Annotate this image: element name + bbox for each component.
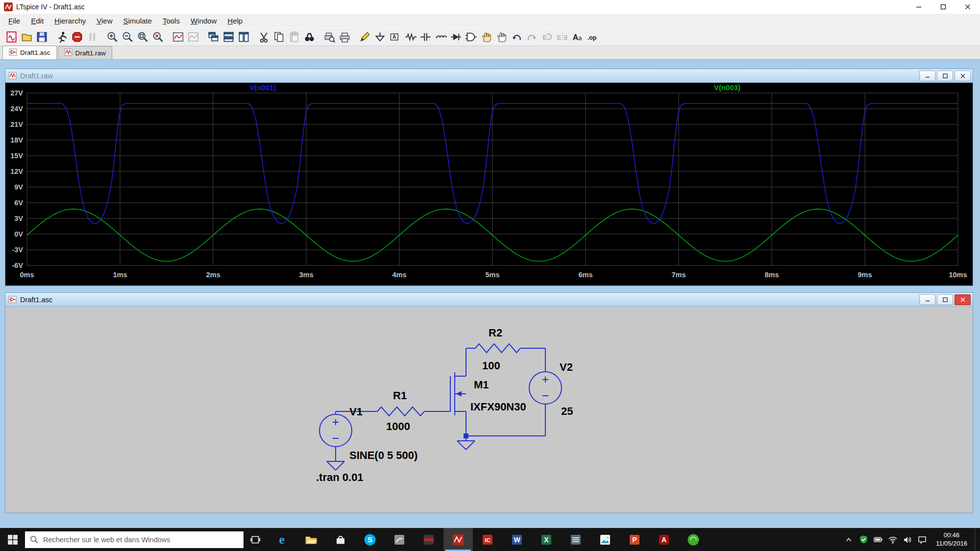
taskbar-search[interactable] [25, 531, 244, 548]
copy-icon [273, 31, 285, 43]
task-view-button[interactable] [244, 528, 267, 551]
waveform-window-titlebar[interactable]: Draft1.raw [5, 69, 973, 83]
copy-button[interactable] [271, 29, 287, 44]
minimize-button[interactable] [906, 0, 931, 14]
schematic-window: Draft1.asc V1SINE(0 5 500)R11000M1IXFX90… [5, 292, 973, 513]
taskbar-excel[interactable]: X [532, 528, 561, 551]
autorange-button[interactable] [171, 29, 186, 44]
schematic-label-v2_value[interactable]: 25 [561, 405, 573, 417]
cut-button[interactable] [256, 29, 271, 44]
taskbar-skype[interactable]: S [355, 528, 385, 551]
y-tick-label: 27V [10, 89, 23, 97]
asc-close-button[interactable] [955, 294, 971, 305]
zoom-extents-button[interactable] [150, 29, 166, 44]
text-button[interactable]: Aa [570, 29, 585, 44]
wave-restore-button[interactable] [937, 71, 953, 81]
tile-vertical-button[interactable] [236, 29, 251, 44]
schematic-label-m1_name[interactable]: M1 [474, 379, 489, 391]
menu-view[interactable]: View [91, 15, 118, 27]
schematic-label-r2_name[interactable]: R2 [489, 327, 502, 339]
taskbar-ic-app[interactable]: IC [473, 528, 502, 551]
wave-minimize-button[interactable] [919, 71, 935, 81]
taskbar-word[interactable]: W [502, 528, 532, 551]
menu-window[interactable]: Window [185, 15, 222, 27]
taskbar-green-app[interactable] [679, 528, 708, 551]
maximize-button[interactable] [931, 0, 956, 14]
inductor-button[interactable] [433, 29, 448, 44]
schematic-label-v2_name[interactable]: V2 [560, 361, 573, 373]
net-label-button[interactable]: A [388, 29, 403, 44]
security-shield-icon[interactable] [857, 528, 870, 551]
run-button[interactable] [54, 29, 70, 44]
component-button[interactable] [464, 29, 479, 44]
taskbar-app-2[interactable] [561, 528, 590, 551]
schematic-canvas[interactable]: V1SINE(0 5 500)R11000M1IXFX90N30R2100V22… [5, 307, 973, 513]
new-schematic-button[interactable] [4, 29, 19, 44]
ground-button[interactable] [372, 29, 388, 44]
menu-simulate[interactable]: Simulate [118, 15, 157, 27]
schematic-label-v1_value[interactable]: SINE(0 5 500) [349, 449, 417, 461]
schematic-label-r2_value[interactable]: 100 [482, 359, 500, 372]
capacitor-button[interactable] [418, 29, 433, 44]
resistor-button[interactable] [403, 29, 418, 44]
volume-icon[interactable] [901, 528, 914, 551]
taskbar-powerpoint[interactable]: P [620, 528, 649, 551]
cascade-windows-button[interactable] [206, 29, 221, 44]
battery-icon[interactable] [872, 528, 884, 551]
undo-button[interactable] [509, 29, 524, 44]
menu-hierarchy[interactable]: Hierarchy [49, 15, 91, 27]
tray-chevron-up-icon[interactable] [842, 528, 855, 551]
zoom-area-button[interactable] [135, 29, 150, 44]
search-input[interactable] [42, 535, 235, 544]
schematic-label-r1_name[interactable]: R1 [393, 389, 407, 402]
trace-label-vn003[interactable]: V(n003) [714, 83, 740, 92]
print-button[interactable] [337, 29, 352, 44]
schematic-label-v1_name[interactable]: V1 [349, 406, 363, 418]
asc-minimize-button[interactable] [919, 294, 935, 305]
zoom-in-button[interactable] [105, 29, 120, 44]
schematic-window-titlebar[interactable]: Draft1.asc [5, 293, 973, 307]
taskbar-photos[interactable] [590, 528, 620, 551]
asc-restore-button[interactable] [937, 294, 953, 305]
print-preview-button[interactable] [322, 29, 337, 44]
tile-horizontal-button[interactable] [221, 29, 236, 44]
menu-edit[interactable]: Edit [25, 15, 49, 27]
tab-draft1.raw[interactable]: Draft1.raw [58, 46, 112, 59]
open-button[interactable] [19, 29, 34, 44]
taskbar-app-1[interactable] [385, 528, 414, 551]
schematic-label-r1_value[interactable]: 1000 [386, 420, 410, 432]
redo-button [524, 29, 539, 44]
ground-icon [374, 31, 386, 43]
halt-button[interactable] [70, 29, 85, 44]
wifi-icon[interactable] [886, 528, 899, 551]
find-button[interactable] [302, 29, 317, 44]
menu-file[interactable]: File [3, 15, 25, 27]
menu-tools[interactable]: Tools [157, 15, 185, 27]
taskbar-eagle[interactable] [414, 528, 443, 551]
taskbar-store[interactable] [326, 528, 355, 551]
wire-button[interactable] [357, 29, 372, 44]
taskbar-clock[interactable]: 00:46 11/05/2016 [931, 531, 973, 548]
taskbar-acrobat[interactable]: A [649, 528, 679, 551]
move-button[interactable] [479, 29, 494, 44]
trace-label-vn001[interactable]: V(n001) [249, 83, 276, 92]
y-tick-label: 3V [14, 215, 23, 222]
taskbar-ltspice[interactable] [443, 528, 473, 551]
waveform-plot[interactable]: 27V24V21V18V15V12V9V6V3V0V-3V-6V0ms1ms2m… [5, 83, 973, 286]
taskbar-edge[interactable]: e [267, 528, 296, 551]
start-button[interactable] [0, 528, 25, 551]
show-desktop-button[interactable] [975, 528, 979, 551]
schematic-label-m1_value[interactable]: IXFX90N30 [470, 401, 526, 413]
schematic-label-directive[interactable]: .tran 0.01 [316, 471, 364, 483]
spice-directive-button[interactable]: .op [585, 29, 600, 44]
zoom-out-button[interactable] [120, 29, 135, 44]
action-center-icon[interactable] [916, 528, 929, 551]
diode-button[interactable] [448, 29, 464, 44]
drag-button[interactable] [494, 29, 509, 44]
tab-draft1.asc[interactable]: Draft1.asc [2, 46, 57, 59]
save-button[interactable] [34, 29, 49, 44]
wave-close-button[interactable] [955, 71, 971, 81]
menu-help[interactable]: Help [222, 15, 248, 27]
close-button[interactable] [956, 0, 980, 14]
taskbar-file-explorer[interactable] [296, 528, 326, 551]
